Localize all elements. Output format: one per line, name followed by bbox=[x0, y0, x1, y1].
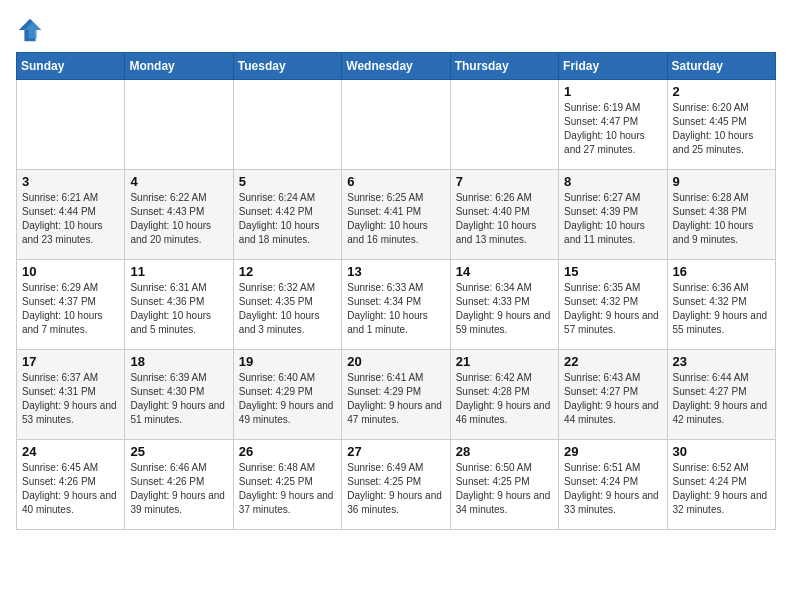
calendar-cell: 13Sunrise: 6:33 AM Sunset: 4:34 PM Dayli… bbox=[342, 260, 450, 350]
day-number: 14 bbox=[456, 264, 553, 279]
day-info: Sunrise: 6:46 AM Sunset: 4:26 PM Dayligh… bbox=[130, 461, 227, 517]
calendar-cell: 4Sunrise: 6:22 AM Sunset: 4:43 PM Daylig… bbox=[125, 170, 233, 260]
day-number: 16 bbox=[673, 264, 770, 279]
day-info: Sunrise: 6:51 AM Sunset: 4:24 PM Dayligh… bbox=[564, 461, 661, 517]
day-number: 2 bbox=[673, 84, 770, 99]
day-header-tuesday: Tuesday bbox=[233, 53, 341, 80]
day-info: Sunrise: 6:40 AM Sunset: 4:29 PM Dayligh… bbox=[239, 371, 336, 427]
day-header-monday: Monday bbox=[125, 53, 233, 80]
calendar-cell: 24Sunrise: 6:45 AM Sunset: 4:26 PM Dayli… bbox=[17, 440, 125, 530]
page-header bbox=[16, 16, 776, 44]
day-info: Sunrise: 6:42 AM Sunset: 4:28 PM Dayligh… bbox=[456, 371, 553, 427]
day-number: 7 bbox=[456, 174, 553, 189]
calendar-cell: 16Sunrise: 6:36 AM Sunset: 4:32 PM Dayli… bbox=[667, 260, 775, 350]
calendar-cell: 26Sunrise: 6:48 AM Sunset: 4:25 PM Dayli… bbox=[233, 440, 341, 530]
calendar-cell: 25Sunrise: 6:46 AM Sunset: 4:26 PM Dayli… bbox=[125, 440, 233, 530]
calendar-cell: 5Sunrise: 6:24 AM Sunset: 4:42 PM Daylig… bbox=[233, 170, 341, 260]
calendar-cell: 10Sunrise: 6:29 AM Sunset: 4:37 PM Dayli… bbox=[17, 260, 125, 350]
calendar-cell: 30Sunrise: 6:52 AM Sunset: 4:24 PM Dayli… bbox=[667, 440, 775, 530]
day-info: Sunrise: 6:32 AM Sunset: 4:35 PM Dayligh… bbox=[239, 281, 336, 337]
day-info: Sunrise: 6:29 AM Sunset: 4:37 PM Dayligh… bbox=[22, 281, 119, 337]
day-info: Sunrise: 6:50 AM Sunset: 4:25 PM Dayligh… bbox=[456, 461, 553, 517]
calendar-cell bbox=[17, 80, 125, 170]
day-info: Sunrise: 6:24 AM Sunset: 4:42 PM Dayligh… bbox=[239, 191, 336, 247]
day-info: Sunrise: 6:49 AM Sunset: 4:25 PM Dayligh… bbox=[347, 461, 444, 517]
day-number: 28 bbox=[456, 444, 553, 459]
day-number: 1 bbox=[564, 84, 661, 99]
day-info: Sunrise: 6:20 AM Sunset: 4:45 PM Dayligh… bbox=[673, 101, 770, 157]
calendar-cell: 20Sunrise: 6:41 AM Sunset: 4:29 PM Dayli… bbox=[342, 350, 450, 440]
calendar-cell: 14Sunrise: 6:34 AM Sunset: 4:33 PM Dayli… bbox=[450, 260, 558, 350]
day-number: 4 bbox=[130, 174, 227, 189]
day-info: Sunrise: 6:31 AM Sunset: 4:36 PM Dayligh… bbox=[130, 281, 227, 337]
day-number: 27 bbox=[347, 444, 444, 459]
day-header-sunday: Sunday bbox=[17, 53, 125, 80]
calendar-cell: 6Sunrise: 6:25 AM Sunset: 4:41 PM Daylig… bbox=[342, 170, 450, 260]
day-number: 29 bbox=[564, 444, 661, 459]
day-number: 12 bbox=[239, 264, 336, 279]
calendar-cell: 3Sunrise: 6:21 AM Sunset: 4:44 PM Daylig… bbox=[17, 170, 125, 260]
day-number: 22 bbox=[564, 354, 661, 369]
day-number: 9 bbox=[673, 174, 770, 189]
day-number: 17 bbox=[22, 354, 119, 369]
calendar-cell: 17Sunrise: 6:37 AM Sunset: 4:31 PM Dayli… bbox=[17, 350, 125, 440]
day-number: 25 bbox=[130, 444, 227, 459]
calendar-cell: 19Sunrise: 6:40 AM Sunset: 4:29 PM Dayli… bbox=[233, 350, 341, 440]
calendar-cell: 7Sunrise: 6:26 AM Sunset: 4:40 PM Daylig… bbox=[450, 170, 558, 260]
calendar-cell bbox=[450, 80, 558, 170]
day-header-friday: Friday bbox=[559, 53, 667, 80]
day-info: Sunrise: 6:35 AM Sunset: 4:32 PM Dayligh… bbox=[564, 281, 661, 337]
calendar-cell: 23Sunrise: 6:44 AM Sunset: 4:27 PM Dayli… bbox=[667, 350, 775, 440]
day-info: Sunrise: 6:41 AM Sunset: 4:29 PM Dayligh… bbox=[347, 371, 444, 427]
day-number: 20 bbox=[347, 354, 444, 369]
calendar-table: SundayMondayTuesdayWednesdayThursdayFrid… bbox=[16, 52, 776, 530]
day-header-saturday: Saturday bbox=[667, 53, 775, 80]
day-number: 21 bbox=[456, 354, 553, 369]
day-info: Sunrise: 6:19 AM Sunset: 4:47 PM Dayligh… bbox=[564, 101, 661, 157]
day-info: Sunrise: 6:39 AM Sunset: 4:30 PM Dayligh… bbox=[130, 371, 227, 427]
day-number: 23 bbox=[673, 354, 770, 369]
calendar-cell: 12Sunrise: 6:32 AM Sunset: 4:35 PM Dayli… bbox=[233, 260, 341, 350]
calendar-cell: 8Sunrise: 6:27 AM Sunset: 4:39 PM Daylig… bbox=[559, 170, 667, 260]
calendar-cell: 18Sunrise: 6:39 AM Sunset: 4:30 PM Dayli… bbox=[125, 350, 233, 440]
day-number: 13 bbox=[347, 264, 444, 279]
day-info: Sunrise: 6:36 AM Sunset: 4:32 PM Dayligh… bbox=[673, 281, 770, 337]
day-number: 6 bbox=[347, 174, 444, 189]
day-number: 24 bbox=[22, 444, 119, 459]
day-info: Sunrise: 6:25 AM Sunset: 4:41 PM Dayligh… bbox=[347, 191, 444, 247]
calendar-cell: 22Sunrise: 6:43 AM Sunset: 4:27 PM Dayli… bbox=[559, 350, 667, 440]
logo bbox=[16, 16, 48, 44]
calendar-cell: 28Sunrise: 6:50 AM Sunset: 4:25 PM Dayli… bbox=[450, 440, 558, 530]
day-number: 8 bbox=[564, 174, 661, 189]
day-info: Sunrise: 6:26 AM Sunset: 4:40 PM Dayligh… bbox=[456, 191, 553, 247]
day-info: Sunrise: 6:34 AM Sunset: 4:33 PM Dayligh… bbox=[456, 281, 553, 337]
day-info: Sunrise: 6:45 AM Sunset: 4:26 PM Dayligh… bbox=[22, 461, 119, 517]
calendar-cell: 27Sunrise: 6:49 AM Sunset: 4:25 PM Dayli… bbox=[342, 440, 450, 530]
day-header-wednesday: Wednesday bbox=[342, 53, 450, 80]
logo-icon bbox=[16, 16, 44, 44]
calendar-cell: 21Sunrise: 6:42 AM Sunset: 4:28 PM Dayli… bbox=[450, 350, 558, 440]
day-info: Sunrise: 6:44 AM Sunset: 4:27 PM Dayligh… bbox=[673, 371, 770, 427]
day-info: Sunrise: 6:33 AM Sunset: 4:34 PM Dayligh… bbox=[347, 281, 444, 337]
day-info: Sunrise: 6:52 AM Sunset: 4:24 PM Dayligh… bbox=[673, 461, 770, 517]
day-info: Sunrise: 6:28 AM Sunset: 4:38 PM Dayligh… bbox=[673, 191, 770, 247]
day-number: 18 bbox=[130, 354, 227, 369]
day-info: Sunrise: 6:27 AM Sunset: 4:39 PM Dayligh… bbox=[564, 191, 661, 247]
day-number: 10 bbox=[22, 264, 119, 279]
day-info: Sunrise: 6:21 AM Sunset: 4:44 PM Dayligh… bbox=[22, 191, 119, 247]
calendar-cell bbox=[125, 80, 233, 170]
day-number: 3 bbox=[22, 174, 119, 189]
calendar-cell bbox=[342, 80, 450, 170]
calendar-cell: 11Sunrise: 6:31 AM Sunset: 4:36 PM Dayli… bbox=[125, 260, 233, 350]
day-number: 15 bbox=[564, 264, 661, 279]
day-info: Sunrise: 6:22 AM Sunset: 4:43 PM Dayligh… bbox=[130, 191, 227, 247]
day-info: Sunrise: 6:48 AM Sunset: 4:25 PM Dayligh… bbox=[239, 461, 336, 517]
calendar-cell: 29Sunrise: 6:51 AM Sunset: 4:24 PM Dayli… bbox=[559, 440, 667, 530]
day-number: 5 bbox=[239, 174, 336, 189]
calendar-cell: 9Sunrise: 6:28 AM Sunset: 4:38 PM Daylig… bbox=[667, 170, 775, 260]
day-info: Sunrise: 6:37 AM Sunset: 4:31 PM Dayligh… bbox=[22, 371, 119, 427]
day-number: 26 bbox=[239, 444, 336, 459]
calendar-cell: 15Sunrise: 6:35 AM Sunset: 4:32 PM Dayli… bbox=[559, 260, 667, 350]
calendar-cell bbox=[233, 80, 341, 170]
day-number: 30 bbox=[673, 444, 770, 459]
